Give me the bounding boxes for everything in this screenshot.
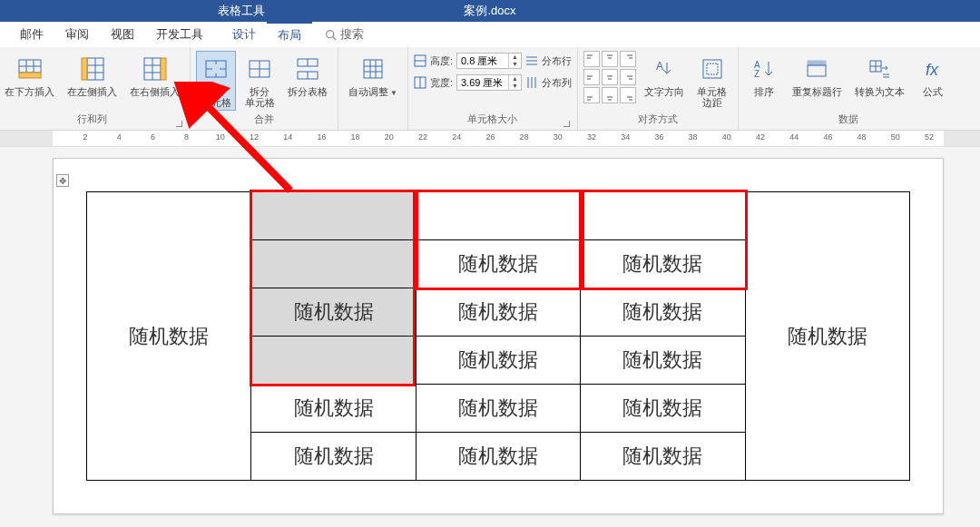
- group-label-alignment: 对齐方式: [583, 111, 732, 130]
- insert-right-button[interactable]: 在右侧插入: [125, 51, 184, 100]
- table-cell[interactable]: 随机数据: [416, 240, 580, 288]
- sort-button[interactable]: AZ 排序: [744, 51, 784, 100]
- tab-developer[interactable]: 开发工具: [145, 22, 214, 47]
- table-cell[interactable]: [251, 240, 416, 288]
- chevron-down-icon: ▼: [390, 89, 397, 97]
- align-tr[interactable]: [620, 51, 636, 67]
- formula-button[interactable]: fx 公式: [913, 51, 953, 100]
- merge-cells-icon: [201, 54, 231, 84]
- distribute-cols-button[interactable]: 分布列: [542, 76, 572, 90]
- table-cell[interactable]: 随机数据: [581, 288, 745, 337]
- cell-margins-button[interactable]: 单元格 边距: [692, 51, 732, 111]
- document-table[interactable]: 随机数据 随机数据 随机数据 随机数据 随机数据 随机数据 随机数据: [86, 191, 910, 481]
- insert-below-button[interactable]: 在下方插入: [0, 51, 59, 100]
- search-placeholder: 搜索: [340, 26, 364, 43]
- table-cell[interactable]: 随机数据: [416, 433, 580, 481]
- stepper-up-icon[interactable]: ▲: [509, 75, 521, 83]
- table-cell[interactable]: [416, 192, 580, 240]
- stepper-up-icon[interactable]: ▲: [509, 54, 521, 61]
- svg-text:fx: fx: [926, 61, 939, 79]
- svg-rect-68: [808, 65, 826, 76]
- split-cells-icon: [244, 54, 275, 84]
- svg-rect-63: [703, 60, 721, 78]
- table-cell[interactable]: 随机数据: [581, 433, 745, 481]
- cell-size-dialog-launcher[interactable]: [561, 118, 570, 127]
- ribbon: 在下方插入 在左侧插入 在右侧插入 行和列: [0, 47, 980, 131]
- table-cell[interactable]: 随机数据: [581, 240, 745, 288]
- group-alignment: A 文字方向 单元格 边距 对齐方式: [578, 47, 739, 130]
- table-cell[interactable]: [251, 337, 416, 385]
- autofit-icon: [358, 54, 388, 84]
- group-rows-cols: 在下方插入 在左侧插入 在右侧插入 行和列: [0, 47, 191, 130]
- table-cell[interactable]: 随机数据: [745, 192, 909, 481]
- table-cell[interactable]: 随机数据: [416, 385, 580, 433]
- group-label-rows-cols: 行和列: [0, 111, 184, 130]
- stepper-down-icon[interactable]: ▼: [509, 83, 521, 90]
- svg-text:Z: Z: [754, 69, 760, 79]
- page: 随机数据 随机数据 随机数据 随机数据 随机数据 随机数据 随机数据: [53, 158, 944, 514]
- tab-design[interactable]: 设计: [221, 22, 267, 47]
- table-move-handle[interactable]: [56, 174, 69, 187]
- cell-margins-icon: [697, 54, 728, 84]
- contextual-tab-label: 表格工具: [200, 0, 283, 22]
- group-merge: 合并 单元格 拆分 单元格 拆分表格 合并: [191, 47, 338, 130]
- split-table-button[interactable]: 拆分表格: [283, 51, 332, 100]
- table-row: 随机数据 随机数据: [87, 192, 910, 240]
- align-tl[interactable]: [583, 51, 600, 67]
- tab-view[interactable]: 视图: [100, 22, 145, 47]
- table-cell[interactable]: 随机数据: [416, 337, 580, 385]
- tab-mail[interactable]: 邮件: [9, 22, 54, 47]
- convert-to-text-button[interactable]: 转换为文本: [850, 51, 909, 100]
- col-width-input[interactable]: ▲▼: [456, 74, 522, 91]
- group-label-data: 数据: [744, 111, 953, 130]
- convert-to-text-icon: [864, 54, 895, 84]
- table-cell[interactable]: 随机数据: [87, 192, 251, 481]
- rows-cols-dialog-launcher[interactable]: [173, 118, 182, 127]
- align-bl[interactable]: [583, 87, 600, 103]
- group-label-cell-size: 单元格大小: [414, 111, 572, 130]
- table-cell[interactable]: [581, 192, 745, 240]
- svg-rect-29: [364, 60, 382, 78]
- svg-rect-16: [161, 58, 166, 80]
- table-cell[interactable]: [251, 192, 416, 240]
- align-br[interactable]: [620, 87, 636, 103]
- text-direction-button[interactable]: A 文字方向: [640, 51, 689, 100]
- align-mr[interactable]: [620, 69, 636, 85]
- align-ml[interactable]: [583, 69, 600, 85]
- insert-left-button[interactable]: 在左侧插入: [63, 51, 122, 100]
- group-data: AZ 排序 重复标题行 转换为文本: [739, 47, 958, 130]
- formula-icon: fx: [917, 54, 948, 84]
- repeat-header-icon: [801, 54, 832, 84]
- distribute-rows-button[interactable]: 分布行: [542, 54, 572, 68]
- autofit-button[interactable]: 自动调整▼: [344, 51, 402, 101]
- table-cell[interactable]: 随机数据: [251, 433, 416, 481]
- width-label: 宽度:: [430, 76, 453, 90]
- align-tc[interactable]: [602, 51, 618, 67]
- insert-right-icon: [140, 54, 171, 84]
- horizontal-ruler[interactable]: 2468101214161820222426283032343638404244…: [0, 131, 980, 147]
- table-cell[interactable]: 随机数据: [251, 385, 416, 433]
- merge-cells-button[interactable]: 合并 单元格: [196, 51, 236, 111]
- group-autofit: 自动调整▼: [338, 47, 408, 130]
- search-box[interactable]: 搜索: [325, 26, 364, 43]
- table-cell[interactable]: 随机数据: [251, 288, 416, 337]
- insert-left-icon: [77, 54, 108, 84]
- alignment-grid: [583, 51, 636, 103]
- repeat-header-button[interactable]: 重复标题行: [788, 51, 847, 100]
- table-cell[interactable]: 随机数据: [581, 337, 745, 385]
- tab-review[interactable]: 审阅: [54, 22, 100, 47]
- tab-layout[interactable]: 布局: [267, 22, 312, 47]
- stepper-down-icon[interactable]: ▼: [509, 61, 521, 68]
- svg-line-1: [333, 36, 336, 39]
- align-mc[interactable]: [602, 69, 618, 85]
- group-cell-size: 高度: ▲▼ 分布行 宽度: ▲▼ 分布列 单元格大小: [408, 47, 578, 130]
- table-cell[interactable]: 随机数据: [416, 288, 580, 337]
- table-cell[interactable]: 随机数据: [581, 385, 745, 433]
- text-direction-icon: A: [649, 54, 680, 84]
- document-title: 案例.docx: [464, 3, 515, 19]
- split-cells-button[interactable]: 拆分 单元格: [240, 51, 279, 111]
- svg-rect-64: [707, 63, 718, 74]
- row-height-input[interactable]: ▲▼: [456, 53, 522, 69]
- document-area: 随机数据 随机数据 随机数据 随机数据 随机数据 随机数据 随机数据: [0, 147, 980, 527]
- align-bc[interactable]: [602, 87, 618, 103]
